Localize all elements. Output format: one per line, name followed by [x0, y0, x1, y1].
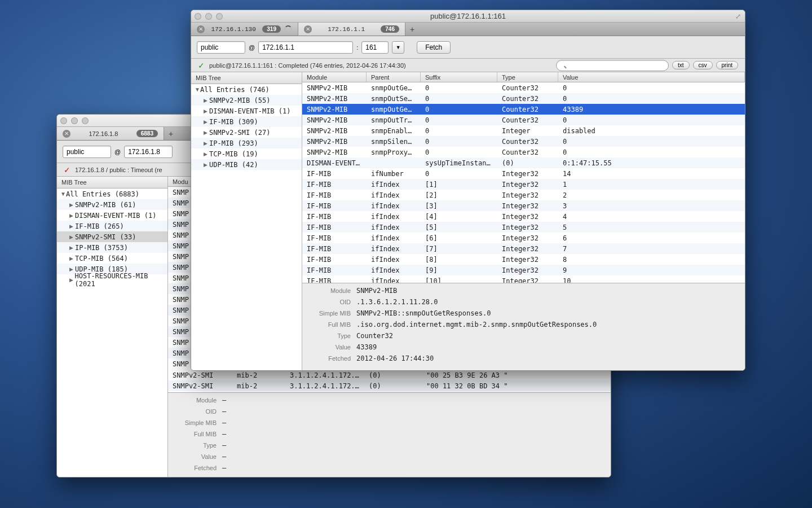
- table-row[interactable]: DISMAN-EVENT-MIBsysUpTimeInstance(0)0:1:…: [302, 157, 745, 168]
- mib-tree-front[interactable]: ▼All Entries (746)▶SNMPv2-MIB (55)▶DISMA…: [191, 84, 302, 370]
- tree-item[interactable]: ▶IP-MIB (3753): [57, 242, 167, 253]
- tree-label: SNMPv2-MIB (55): [209, 97, 270, 104]
- tree-item[interactable]: ▶HOST-RESOURCES-MIB (2021: [57, 274, 167, 285]
- status-bar-front: ✓ public@172.16.1.1:161 : Completed (746…: [191, 59, 745, 72]
- table-header-front[interactable]: Module Parent Suffix Type Value: [302, 72, 745, 82]
- tree-label: TCP-MIB (19): [209, 150, 258, 158]
- tree-item[interactable]: ▶SNMPv2-SMI (27): [191, 127, 302, 138]
- detail-module: SNMPv2-MIB: [356, 287, 397, 295]
- close-tab-icon[interactable]: ✕: [304, 25, 312, 33]
- table-row[interactable]: IF-MIBifIndex[2]Integer322: [302, 190, 745, 200]
- tree-item[interactable]: ▶SNMPv2-SMI (33): [57, 231, 167, 242]
- tree-item[interactable]: ▶TCP-MIB (564): [57, 253, 167, 264]
- status-message: public@172.16.1.1:161 : Completed (746 e…: [209, 62, 406, 69]
- col-module[interactable]: Module: [302, 72, 367, 82]
- tab-front-1[interactable]: ✕ 172.16.1.1 746: [298, 23, 405, 36]
- table-row[interactable]: SNMPv2-MIBsnmpProxyDro…0Counter320: [302, 147, 745, 157]
- table-row[interactable]: IF-MIBifIndex[10]Integer3210: [302, 275, 745, 283]
- host-input[interactable]: [124, 146, 173, 158]
- table-row[interactable]: IF-MIBifIndex[1]Integer321: [302, 179, 745, 190]
- titlebar-front[interactable]: public@172.16.1.1:161 ⤢: [191, 10, 745, 23]
- tab-addr: 172.16.1.1: [315, 26, 377, 33]
- window-title: public@172.16.1.1:161: [191, 12, 745, 20]
- at-label: @: [114, 148, 121, 155]
- community-input[interactable]: [63, 146, 111, 158]
- table-row[interactable]: SNMPv2-MIBsnmpSilentDr…0Counter320: [302, 136, 745, 147]
- tree-item[interactable]: ▶IF-MIB (309): [191, 116, 302, 127]
- table-row[interactable]: IF-MIBifIndex[6]Integer326: [302, 233, 745, 243]
- table-row[interactable]: IF-MIBifIndex[8]Integer328: [302, 254, 745, 265]
- table-row[interactable]: IF-MIBifIndex[3]Integer323: [302, 200, 745, 211]
- detail-simple: SNMPv2-MIB::snmpOutGetResponses.0: [356, 309, 491, 317]
- col-value[interactable]: Value: [558, 72, 745, 82]
- zoom-icon[interactable]: [216, 13, 223, 20]
- tab-badge: 746: [381, 25, 399, 33]
- query-bar-front: @ : ▼ Fetch: [191, 36, 745, 59]
- table-front[interactable]: SNMPv2-MIBsnmpOutGetNe…0Counter320SNMPv2…: [302, 82, 745, 283]
- table-row[interactable]: SNMPv2-MIBsnmpOutTraps0Counter320: [302, 115, 745, 125]
- disclosure-icon: ▶: [204, 141, 209, 146]
- table-row[interactable]: SNMPv2-MIBsnmpOutGetRe…0Counter3243389: [302, 104, 745, 115]
- close-icon[interactable]: [60, 117, 67, 124]
- export-csv-button[interactable]: csv: [693, 61, 713, 69]
- col-type[interactable]: Type: [497, 72, 558, 82]
- tree-item[interactable]: ▼All Entries (6883): [57, 189, 167, 199]
- tree-item[interactable]: ▶SNMPv2-MIB (61): [57, 199, 167, 210]
- table-row[interactable]: SNMPv2-MIBsnmpOutGetNe…0Counter320: [302, 82, 745, 93]
- close-tab-icon[interactable]: ✕: [63, 130, 70, 138]
- disclosure-icon: ▶: [69, 277, 74, 283]
- table-row[interactable]: IF-MIBifIndex[7]Integer327: [302, 243, 745, 254]
- table-row[interactable]: IF-MIBifNumber0Integer3214: [302, 168, 745, 179]
- host-input[interactable]: [258, 41, 353, 54]
- tree-label: IP-MIB (3753): [75, 244, 128, 252]
- community-input[interactable]: [197, 41, 245, 54]
- tree-label: DISMAN-EVENT-MIB (1): [209, 107, 291, 115]
- port-input[interactable]: [361, 41, 389, 54]
- detail-label: Fetched: [310, 355, 356, 362]
- tab-front-0[interactable]: ✕ 172.16.1.130 319: [191, 23, 298, 36]
- zoom-icon[interactable]: [82, 117, 89, 124]
- tab-back-0[interactable]: ✕ 172.16.1.8 6883: [57, 127, 164, 140]
- window-front: public@172.16.1.1:161 ⤢ ✕ 172.16.1.130 3…: [191, 10, 745, 371]
- sidebar-front: MIB Tree ▼All Entries (746)▶SNMPv2-MIB (…: [191, 72, 302, 370]
- error-icon: ✓: [64, 165, 70, 174]
- tab-addr: 172.16.1.130: [208, 26, 259, 33]
- export-txt-button[interactable]: txt: [672, 61, 690, 69]
- table-back-bottom[interactable]: SNMPv2-SMImib-23.1.1.2.4.1.172.16…(0)"00…: [168, 370, 611, 392]
- table-row[interactable]: SNMPv2-SMImib-23.1.1.2.4.1.172.16…(0)"00…: [168, 380, 611, 391]
- close-tab-icon[interactable]: ✕: [197, 25, 205, 33]
- minimize-icon[interactable]: [205, 13, 212, 20]
- add-tab-button[interactable]: +: [164, 127, 178, 140]
- tree-item[interactable]: ▼All Entries (746): [191, 84, 302, 95]
- table-row[interactable]: IF-MIBifIndex[9]Integer329: [302, 265, 745, 275]
- tree-item[interactable]: ▶UDP-MIB (42): [191, 159, 302, 170]
- close-icon[interactable]: [195, 13, 201, 20]
- tree-item[interactable]: ▶IP-MIB (293): [191, 138, 302, 148]
- tree-label: SNMPv2-SMI (27): [209, 129, 270, 137]
- search-input[interactable]: [556, 60, 669, 71]
- sidebar-back: MIB Tree ▼All Entries (6883)▶SNMPv2-MIB …: [57, 177, 168, 477]
- minimize-icon[interactable]: [71, 117, 78, 124]
- detail-fetched: 2012-04-26 17:44:30: [356, 354, 434, 362]
- disclosure-icon: ▼: [60, 191, 66, 197]
- print-button[interactable]: print: [716, 61, 738, 69]
- tree-item[interactable]: ▶DISMAN-EVENT-MIB (1): [57, 210, 167, 221]
- table-row[interactable]: IF-MIBifIndex[5]Integer325: [302, 222, 745, 233]
- table-row[interactable]: SNMPv2-MIBsnmpEnableAu…0Integerdisabled: [302, 125, 745, 136]
- fullscreen-icon[interactable]: ⤢: [735, 13, 742, 20]
- mib-tree-back[interactable]: ▼All Entries (6883)▶SNMPv2-MIB (61)▶DISM…: [57, 189, 167, 477]
- add-tab-button[interactable]: +: [405, 23, 419, 36]
- tree-label: DISMAN-EVENT-MIB (1): [75, 212, 157, 220]
- tree-item[interactable]: ▶DISMAN-EVENT-MIB (1): [191, 106, 302, 116]
- fetch-button[interactable]: Fetch: [417, 41, 451, 54]
- table-row[interactable]: SNMPv2-SMImib-23.1.1.2.4.1.172.16…(0)"00…: [168, 370, 611, 380]
- port-dropdown[interactable]: ▼: [392, 41, 404, 54]
- col-suffix[interactable]: Suffix: [421, 72, 497, 82]
- table-row[interactable]: SNMPv2-MIBsnmpOutSetRe…0Counter320: [302, 93, 745, 104]
- tree-item[interactable]: ▶SNMPv2-MIB (55): [191, 95, 302, 106]
- table-row[interactable]: IF-MIBifIndex[4]Integer324: [302, 211, 745, 222]
- col-parent[interactable]: Parent: [367, 72, 421, 82]
- tree-item[interactable]: ▶IF-MIB (265): [57, 221, 167, 231]
- tree-item[interactable]: ▶TCP-MIB (19): [191, 148, 302, 159]
- detail-label: Simple MIB: [310, 310, 356, 317]
